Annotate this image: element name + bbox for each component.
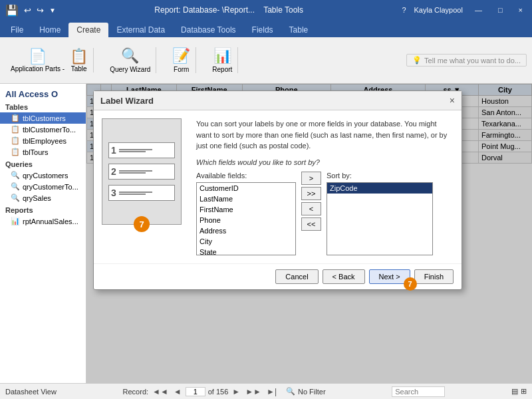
section-tables: Tables bbox=[0, 100, 86, 112]
report-btn[interactable]: 📊 bbox=[213, 47, 231, 65]
table-btn[interactable]: 📋 Table bbox=[70, 48, 88, 72]
view-btn-2[interactable]: ⊞ bbox=[521, 387, 527, 396]
ribbon-group-queries: 🔍 Query Wizard bbox=[104, 47, 156, 73]
cancel-button[interactable]: Cancel bbox=[275, 269, 318, 284]
modal-footer: Cancel < Back Next > 7 Finish bbox=[94, 263, 462, 289]
application-parts-btn[interactable]: 📄 Application Parts - bbox=[11, 48, 65, 72]
search-area bbox=[392, 386, 445, 397]
available-field-item[interactable]: City bbox=[197, 236, 295, 247]
next-step-badge: 7 bbox=[404, 277, 417, 291]
sidebar-item-tblCustomerTo[interactable]: 📋 tblCustomerTo... bbox=[0, 124, 86, 135]
record-label: Record: bbox=[123, 388, 149, 396]
tab-fields[interactable]: Fields bbox=[244, 23, 281, 37]
ribbon-tabs: File Home Create External Data Database … bbox=[0, 20, 532, 37]
section-reports: Reports bbox=[0, 203, 86, 215]
ribbon-bar: 📄 Application Parts - 📋 Table 🔍 Query Wi… bbox=[0, 37, 532, 84]
lightbulb-icon: 💡 bbox=[412, 56, 422, 65]
next-btn-container: Next > 7 bbox=[369, 269, 410, 284]
view-btn-1[interactable]: ▤ bbox=[511, 387, 518, 396]
modal-right: You can sort your labels by one or more … bbox=[196, 118, 454, 255]
ribbon-group-reports: 📊 Report bbox=[207, 47, 238, 73]
sort-list[interactable]: ZipCode bbox=[327, 182, 433, 255]
prev-record-btn[interactable]: ◄ bbox=[172, 387, 183, 396]
content-area: LastName FirstName Phone Address ss ▼ Ci… bbox=[86, 84, 532, 383]
sidebar-item-tblTours[interactable]: 📋 tblTours bbox=[0, 146, 86, 158]
move-left-btn[interactable]: < bbox=[301, 202, 321, 215]
modal-preview-area: 1 2 bbox=[102, 118, 188, 255]
back-button[interactable]: < Back bbox=[323, 269, 365, 284]
status-bar: Datasheet View Record: ◄◄ ◄ of 156 ► ►► … bbox=[0, 383, 532, 399]
filter-label: 🔍 bbox=[286, 387, 295, 396]
sidebar-item-tblCustomers[interactable]: 📋 tblCustomers bbox=[0, 112, 86, 124]
query-wizard-btn[interactable]: 🔍 bbox=[121, 47, 139, 65]
title-bar-right: ? Kayla Claypool — □ × bbox=[402, 5, 527, 15]
table-icon-4: 📋 bbox=[11, 148, 20, 156]
available-field-item[interactable]: State bbox=[197, 247, 295, 255]
view-buttons: ▤ ⊞ bbox=[511, 387, 527, 396]
sidebar-item-tblEmployees[interactable]: 📋 tblEmployees bbox=[0, 135, 86, 146]
form-btn[interactable]: 📝 bbox=[172, 47, 190, 65]
available-field-item[interactable]: Phone bbox=[197, 215, 295, 225]
search-input[interactable] bbox=[392, 386, 445, 397]
label-preview: 1 2 bbox=[102, 118, 182, 225]
finish-button[interactable]: Finish bbox=[414, 269, 454, 284]
available-field-item[interactable]: CustomerID bbox=[197, 183, 295, 194]
help-icon[interactable]: ? bbox=[402, 6, 406, 14]
sidebar-title: All Access O bbox=[0, 86, 86, 100]
section-queries: Queries bbox=[0, 158, 86, 170]
sidebar: All Access O Tables 📋 tblCustomers 📋 tbl… bbox=[0, 84, 86, 383]
current-record-input[interactable] bbox=[186, 387, 205, 396]
tell-me-box[interactable]: 💡 Tell me what you want to do... bbox=[406, 54, 527, 66]
close-btn[interactable]: × bbox=[515, 5, 527, 15]
undo-icon[interactable]: ↩ bbox=[24, 5, 31, 15]
tab-home[interactable]: Home bbox=[31, 23, 68, 37]
record-navigation: Record: ◄◄ ◄ of 156 ► ►► ►| 🔍 No Filter bbox=[123, 387, 326, 396]
save-icon[interactable]: 💾 bbox=[5, 4, 19, 17]
tab-external-data[interactable]: External Data bbox=[108, 23, 173, 37]
first-record-btn[interactable]: ◄◄ bbox=[151, 387, 170, 396]
table-icon-3: 📋 bbox=[11, 136, 20, 145]
main-area: All Access O Tables 📋 tblCustomers 📋 tbl… bbox=[0, 84, 532, 383]
sort-field-item[interactable]: ZipCode bbox=[327, 183, 432, 194]
modal-overlay: Label Wizard × 1 bbox=[86, 84, 532, 383]
minimize-btn[interactable]: — bbox=[471, 5, 486, 15]
last-record-btn[interactable]: ►► bbox=[244, 387, 263, 396]
table-icon: 📋 bbox=[11, 114, 20, 122]
available-field-item[interactable]: FirstName bbox=[197, 204, 295, 215]
tab-create[interactable]: Create bbox=[68, 23, 108, 37]
tab-database-tools[interactable]: Database Tools bbox=[173, 23, 244, 37]
ribbon-group-forms: 📝 Form bbox=[167, 47, 196, 73]
sort-by-col: Sort by: ZipCode bbox=[327, 172, 433, 255]
no-filter-label: No Filter bbox=[298, 388, 326, 396]
available-field-item[interactable]: LastName bbox=[197, 194, 295, 204]
available-fields-list[interactable]: CustomerIDLastNameFirstNamePhoneAddressC… bbox=[196, 182, 296, 255]
next-record-btn[interactable]: ► bbox=[231, 387, 241, 396]
report-icon: 📊 bbox=[11, 217, 20, 225]
table-icon-2: 📋 bbox=[11, 125, 20, 134]
modal-close-btn[interactable]: × bbox=[450, 95, 455, 106]
new-record-btn[interactable]: ►| bbox=[265, 387, 278, 396]
title-bar: 💾 ↩ ↪ ▼ Report: Database- \Report... Tab… bbox=[0, 0, 532, 20]
maximize-btn[interactable]: □ bbox=[494, 5, 507, 15]
available-fields-col: Available fields: CustomerIDLastNameFirs… bbox=[196, 172, 296, 255]
app-title: Report: Database- \Report... Table Tools bbox=[154, 5, 303, 15]
sidebar-item-rptAnnualSales[interactable]: 📊 rptAnnualSales... bbox=[0, 215, 86, 227]
redo-icon[interactable]: ↪ bbox=[37, 5, 44, 15]
sidebar-item-qrySales[interactable]: 🔍 qrySales bbox=[0, 192, 86, 203]
move-right-btn[interactable]: > bbox=[301, 172, 321, 185]
tab-file[interactable]: File bbox=[3, 23, 31, 37]
move-all-left-btn[interactable]: << bbox=[301, 217, 321, 231]
user-label: Kayla Claypool bbox=[414, 6, 463, 14]
sidebar-item-qryCustomers[interactable]: 🔍 qryCustomers bbox=[0, 170, 86, 181]
available-field-item[interactable]: Address bbox=[197, 225, 295, 236]
modal-title-bar: Label Wizard × bbox=[94, 91, 462, 110]
tools-label: Table Tools bbox=[263, 5, 303, 15]
modal-title: Label Wizard bbox=[100, 96, 154, 106]
dropdown-icon[interactable]: ▼ bbox=[49, 7, 56, 14]
title-text: Report: Database- \Report... bbox=[154, 5, 255, 15]
tab-table[interactable]: Table bbox=[281, 23, 317, 37]
sidebar-item-qryCustomerTo[interactable]: 🔍 qryCustomerTo... bbox=[0, 181, 86, 192]
of-label: of 156 bbox=[208, 388, 229, 396]
move-all-right-btn[interactable]: >> bbox=[301, 187, 321, 200]
app-parts-label: Application Parts - bbox=[11, 65, 65, 72]
